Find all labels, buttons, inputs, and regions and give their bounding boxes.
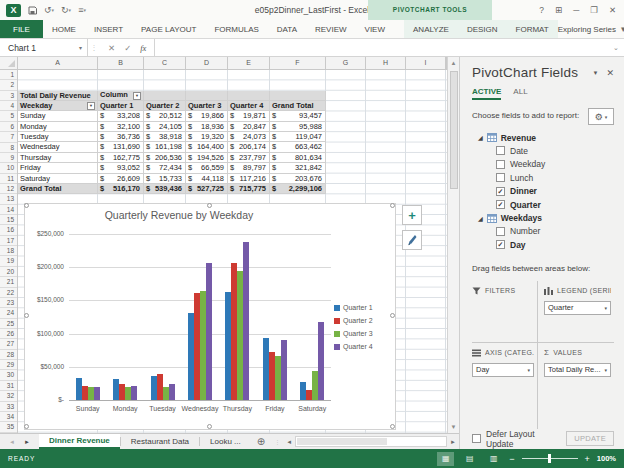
pivot-cell[interactable]: $321,842 bbox=[270, 163, 326, 173]
row-header-14[interactable]: 14 bbox=[0, 205, 17, 215]
formula-input[interactable] bbox=[155, 39, 608, 56]
row-header-15[interactable]: 15 bbox=[0, 215, 17, 225]
close-icon[interactable]: ✕ bbox=[609, 5, 616, 15]
pivot-cell[interactable]: $801,634 bbox=[270, 153, 326, 163]
field-group-weekdays[interactable]: ◢Weekdays bbox=[478, 212, 614, 225]
restore-icon[interactable]: ❐ bbox=[590, 5, 598, 15]
pivot-cell[interactable]: $44,118 bbox=[186, 174, 228, 184]
chart-selection-handle[interactable] bbox=[390, 424, 395, 429]
pane-tab-active[interactable]: ACTIVE bbox=[472, 87, 501, 100]
chart-elements-button[interactable]: + bbox=[402, 205, 422, 225]
chart-selection-handle[interactable] bbox=[207, 424, 212, 429]
pivot-header-quarter-3[interactable]: Quarter 3 bbox=[186, 101, 228, 111]
pivot-row-label[interactable]: Monday bbox=[18, 122, 98, 132]
row-header-17[interactable]: 17 bbox=[0, 236, 17, 246]
pivot-cell[interactable]: $539,436 bbox=[144, 184, 186, 194]
chart-selection-handle[interactable] bbox=[24, 203, 29, 208]
pivot-cell[interactable]: $131,690 bbox=[98, 142, 144, 152]
legend-item[interactable]: Quarter 4 bbox=[334, 340, 373, 353]
bar-quarter-4-wednesday[interactable] bbox=[206, 263, 212, 400]
pivot-cell[interactable]: $715,775 bbox=[228, 184, 270, 194]
ribbon-tab-analyze[interactable]: ANALYZE bbox=[404, 20, 458, 38]
scroll-up-icon[interactable]: ▲ bbox=[448, 57, 460, 69]
row-header-12[interactable]: 12 bbox=[0, 184, 17, 194]
sheet-nav-right-icon[interactable]: ► bbox=[24, 439, 30, 445]
area-chip-day[interactable]: Day▾ bbox=[472, 363, 534, 377]
scroll-right-icon[interactable]: ► bbox=[447, 434, 459, 449]
tools-gear-button[interactable]: ⚙ ▾ bbox=[588, 108, 614, 125]
undo-button[interactable]: ↺▾ bbox=[44, 6, 54, 15]
row-header-4[interactable]: 4 bbox=[0, 101, 17, 111]
pivot-chart[interactable]: Quarterly Revenue by Weekday Quarter 1Qu… bbox=[24, 203, 396, 430]
pivot-cell[interactable]: $19,871 bbox=[228, 111, 270, 121]
zoom-slider-thumb[interactable] bbox=[548, 454, 551, 463]
pivot-cell[interactable]: $117,216 bbox=[228, 174, 270, 184]
pivot-row-label[interactable]: Wednesday bbox=[18, 142, 98, 152]
area-filters[interactable]: FILTERS bbox=[472, 281, 538, 343]
legend-item[interactable]: Quarter 2 bbox=[334, 314, 373, 327]
field-lunch[interactable]: Lunch bbox=[496, 171, 614, 185]
pivot-cell[interactable]: $72,434 bbox=[144, 163, 186, 173]
ribbon-tab-data[interactable]: DATA bbox=[268, 20, 306, 38]
pivot-cell[interactable]: $24,073 bbox=[228, 132, 270, 142]
column-filter-icon[interactable]: ▼ bbox=[133, 92, 141, 100]
name-box[interactable]: Chart 1 ▾ bbox=[0, 39, 88, 56]
scroll-down-icon[interactable]: ▼ bbox=[448, 421, 460, 433]
pivot-cell[interactable]: $26,609 bbox=[98, 174, 144, 184]
chip-dropdown-icon[interactable]: ▾ bbox=[527, 367, 530, 373]
ribbon-tab-insert[interactable]: INSERT bbox=[85, 20, 132, 38]
update-button[interactable]: UPDATE bbox=[566, 431, 614, 446]
pivot-header-grand-total[interactable]: Grand Total bbox=[270, 101, 326, 111]
pivot-cell[interactable]: $36,736 bbox=[98, 132, 144, 142]
row-header-26[interactable]: 26 bbox=[0, 329, 17, 339]
row-header-9[interactable]: 9 bbox=[0, 153, 17, 163]
expand-formula-bar-icon[interactable]: ⌄ bbox=[608, 39, 624, 56]
pivot-cell[interactable]: $203,676 bbox=[270, 174, 326, 184]
column-header-f[interactable]: F bbox=[270, 57, 326, 69]
pivot-row-label[interactable]: Saturday bbox=[18, 174, 98, 184]
chip-dropdown-icon[interactable]: ▾ bbox=[604, 305, 607, 311]
pivot-cell[interactable] bbox=[186, 91, 228, 101]
pivot-cell[interactable]: $33,208 bbox=[98, 111, 144, 121]
field-weekday[interactable]: Weekday bbox=[496, 158, 614, 172]
field-checkbox-weekday[interactable] bbox=[496, 160, 505, 169]
bar-quarter-4-sunday[interactable] bbox=[94, 387, 100, 400]
field-date[interactable]: Date bbox=[496, 144, 614, 158]
help-icon[interactable]: ? bbox=[539, 5, 544, 15]
row-header-2[interactable]: 2 bbox=[0, 80, 17, 90]
field-checkbox-date[interactable] bbox=[496, 146, 505, 155]
row-header-6[interactable]: 6 bbox=[0, 122, 17, 132]
area-values[interactable]: ΣVALUESTotal Daily Re...▾ bbox=[538, 343, 614, 429]
field-group-revenue[interactable]: ◢Revenue bbox=[478, 131, 614, 144]
column-header-e[interactable]: E bbox=[228, 57, 270, 69]
sheet-tab-restaurant-data[interactable]: Restaurant Data bbox=[121, 434, 199, 449]
ribbon-tab-page-layout[interactable]: PAGE LAYOUT bbox=[132, 20, 205, 38]
pivot-cell[interactable]: $194,526 bbox=[186, 153, 228, 163]
row-header-32[interactable]: 32 bbox=[0, 391, 17, 401]
area-chip-quarter[interactable]: Quarter▾ bbox=[544, 301, 611, 315]
row-header-19[interactable]: 19 bbox=[0, 256, 17, 266]
ribbon-display-icon[interactable]: ⊞ bbox=[555, 5, 562, 15]
pivot-header-quarter-1[interactable]: Quarter 1 bbox=[98, 101, 144, 111]
pivot-row-label[interactable]: Tuesday bbox=[18, 132, 98, 142]
pivot-cell[interactable]: $20,847 bbox=[228, 122, 270, 132]
row-header-25[interactable]: 25 bbox=[0, 319, 17, 329]
row-header-21[interactable]: 21 bbox=[0, 277, 17, 287]
pivot-cell[interactable]: $161,198 bbox=[144, 142, 186, 152]
scroll-left-icon[interactable]: ◄ bbox=[283, 434, 295, 449]
legend-item[interactable]: Quarter 3 bbox=[334, 327, 373, 340]
pivot-cell[interactable]: $24,105 bbox=[144, 122, 186, 132]
pivot-cell[interactable]: $93,052 bbox=[98, 163, 144, 173]
pivot-cell[interactable] bbox=[270, 91, 326, 101]
area-chip-total-daily-re-[interactable]: Total Daily Re...▾ bbox=[544, 363, 611, 377]
row-header-16[interactable]: 16 bbox=[0, 225, 17, 235]
pivot-cell[interactable]: $119,047 bbox=[270, 132, 326, 142]
pivot-cell[interactable]: $162,775 bbox=[98, 153, 144, 163]
pivot-cell[interactable]: $19,320 bbox=[186, 132, 228, 142]
pivot-cell[interactable]: $206,174 bbox=[228, 142, 270, 152]
column-header-h[interactable]: H bbox=[366, 57, 406, 69]
select-all-corner[interactable] bbox=[0, 57, 18, 69]
page-break-view-icon[interactable]: ▥ bbox=[485, 452, 502, 466]
row-header-34[interactable]: 34 bbox=[0, 412, 17, 422]
column-header-c[interactable]: C bbox=[144, 57, 186, 69]
